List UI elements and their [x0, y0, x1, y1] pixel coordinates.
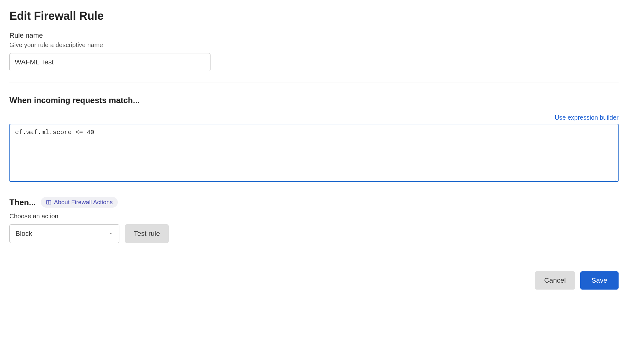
action-row: Block Test rule: [9, 224, 619, 243]
rule-name-input[interactable]: [9, 53, 210, 71]
page-title: Edit Firewall Rule: [9, 9, 619, 23]
rule-name-section: Rule name Give your rule a descriptive n…: [9, 31, 619, 71]
test-rule-button[interactable]: Test rule: [125, 224, 169, 243]
match-section: When incoming requests match... Use expr…: [9, 95, 619, 183]
book-icon: [46, 199, 52, 205]
rule-name-label: Rule name: [9, 31, 619, 40]
action-hint: Choose an action: [9, 213, 619, 220]
footer-actions: Cancel Save: [9, 271, 619, 290]
rule-name-hint: Give your rule a descriptive name: [9, 41, 619, 49]
about-firewall-actions-link[interactable]: About Firewall Actions: [41, 197, 118, 208]
chevron-down-icon: [108, 230, 113, 238]
match-heading: When incoming requests match...: [9, 95, 619, 105]
expression-textarea[interactable]: cf.waf.ml.score <= 40: [9, 124, 619, 182]
then-heading: Then...: [9, 198, 36, 207]
about-firewall-actions-label: About Firewall Actions: [54, 199, 113, 206]
expression-builder-link[interactable]: Use expression builder: [555, 114, 619, 121]
cancel-button[interactable]: Cancel: [535, 271, 575, 290]
section-divider: [9, 83, 619, 83]
action-select[interactable]: Block: [9, 224, 119, 243]
save-button[interactable]: Save: [580, 271, 619, 290]
then-header-row: Then... About Firewall Actions: [9, 197, 619, 208]
action-select-value: Block: [15, 230, 32, 238]
